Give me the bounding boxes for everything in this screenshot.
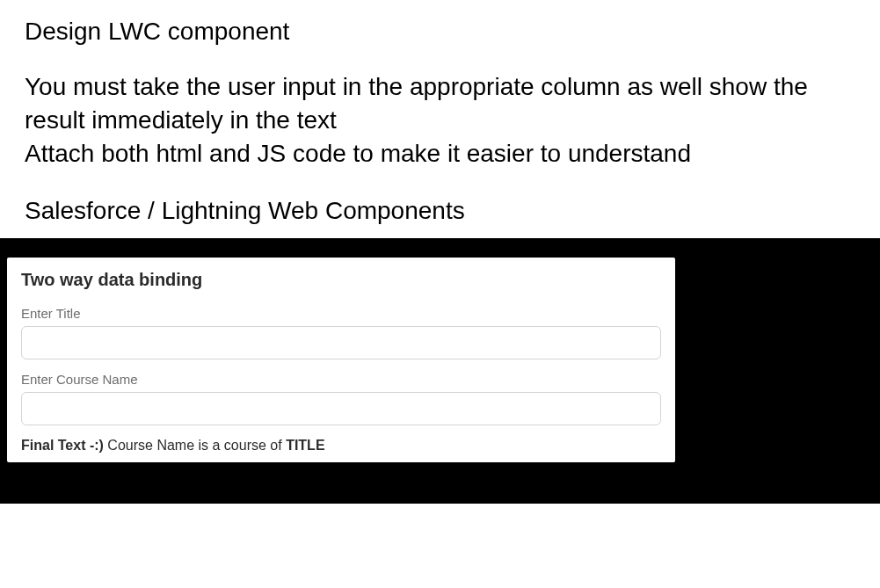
doc-heading: Design LWC component — [25, 18, 855, 46]
final-text-line: Final Text -:) Course Name is a course o… — [21, 438, 661, 454]
card-title: Two way data binding — [21, 270, 661, 290]
course-field-group: Enter Course Name — [21, 372, 661, 425]
title-field-label: Enter Title — [21, 306, 661, 321]
course-name-input[interactable] — [21, 392, 661, 425]
final-text-mid: Course Name is a course of — [104, 438, 286, 453]
screenshot-frame: Two way data binding Enter Title Enter C… — [0, 238, 880, 504]
title-input[interactable] — [21, 326, 661, 359]
title-field-group: Enter Title — [21, 306, 661, 359]
doc-category: Salesforce / Lightning Web Components — [25, 194, 855, 228]
course-field-label: Enter Course Name — [21, 372, 661, 387]
final-text-title-value: TITLE — [286, 438, 324, 453]
doc-paragraph-1: You must take the user input in the appr… — [25, 70, 855, 137]
doc-paragraph-2: Attach both html and JS code to make it … — [25, 137, 855, 171]
document-section: Design LWC component You must take the u… — [0, 0, 880, 238]
lwc-card: Two way data binding Enter Title Enter C… — [7, 258, 675, 462]
final-text-lead: Final Text -:) — [21, 438, 104, 453]
spacer — [25, 170, 855, 194]
